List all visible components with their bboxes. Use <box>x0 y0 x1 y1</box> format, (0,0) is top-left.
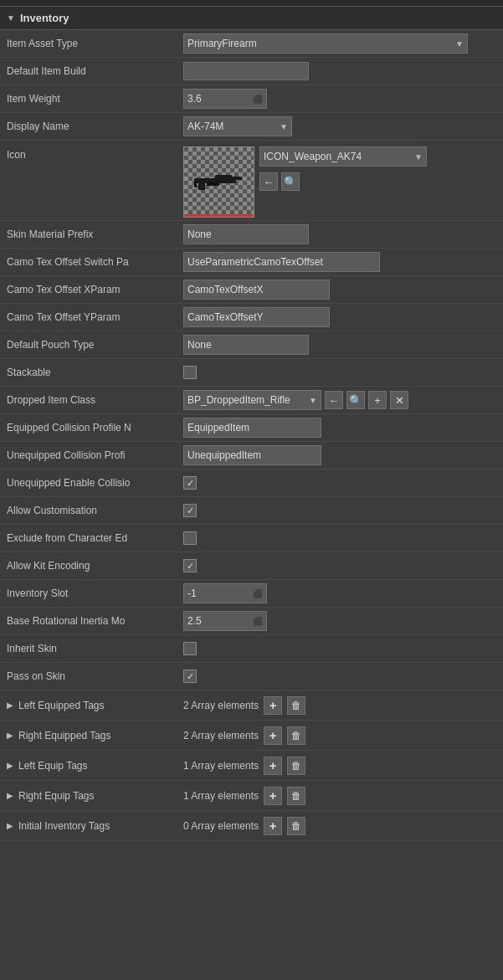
default-pouch-type-input[interactable]: None <box>183 335 309 355</box>
item-asset-type-dropdown[interactable]: PrimaryFirearm ▼ <box>183 33 468 54</box>
equipped-collision-label: Equipped Collision Profile N <box>0 418 180 437</box>
exclude-from-character-checkbox[interactable] <box>183 531 197 545</box>
item-weight-label: Item Weight <box>0 90 180 108</box>
default-item-build-input[interactable] <box>183 62 309 80</box>
right-equip-tags-add-button[interactable]: + <box>264 787 282 805</box>
right-equipped-tags-add-button[interactable]: + <box>264 726 282 745</box>
dropped-item-class-row: Dropped Item Class BP_DroppedItem_Rifle … <box>0 387 503 414</box>
camo-tex-offset-xparam-value: CamoTexOffsetX <box>180 276 503 303</box>
base-rotational-inertia-label: Base Rotational Inertia Mo <box>0 612 180 630</box>
equipped-collision-input[interactable]: EquippedItem <box>183 418 321 438</box>
camo-tex-offset-yparam-label: Camo Tex Offset YParam <box>0 308 180 326</box>
dropped-item-class-value: BP_DroppedItem_Rifle ▼ ← 🔍 + ✕ <box>180 387 503 413</box>
inherit-skin-label: Inherit Skin <box>0 639 180 658</box>
camo-tex-offset-yparam-input[interactable]: CamoTexOffsetY <box>183 307 330 327</box>
unequipped-collision-input[interactable]: UnequippedItem <box>183 445 321 465</box>
inventory-slot-label: Inventory Slot <box>0 584 180 603</box>
item-weight-input[interactable]: 3.6 ⬛ <box>183 89 267 109</box>
default-pouch-type-row: Default Pouch Type None <box>0 331 503 359</box>
right-equipped-tags-row: ▶ Right Equipped Tags 2 Array elements +… <box>0 721 503 751</box>
inventory-slot-input[interactable]: -1 ⬛ <box>183 583 267 603</box>
camo-tex-offset-xparam-input[interactable]: CamoTexOffsetX <box>183 280 330 300</box>
left-equip-tags-label: Left Equip Tags <box>18 760 88 772</box>
display-name-label: Display Name <box>0 117 180 136</box>
right-equip-tags-expand-icon[interactable]: ▶ <box>7 791 13 800</box>
section-header[interactable]: ▼ Inventory <box>0 7 503 30</box>
pass-on-skin-checkbox[interactable] <box>183 670 197 683</box>
exclude-from-character-label: Exclude from Character Ed <box>0 529 180 547</box>
initial-inventory-tags-count: 0 Array elements <box>183 820 259 832</box>
allow-customisation-checkbox[interactable] <box>183 504 197 517</box>
left-equip-tags-row: ▶ Left Equip Tags 1 Array elements + 🗑 <box>0 751 503 781</box>
initial-inventory-tags-label-group: ▶ Initial Inventory Tags <box>0 817 180 835</box>
icon-preview <box>183 146 254 218</box>
inventory-slot-value: -1 ⬛ <box>180 580 503 607</box>
allow-customisation-value <box>180 497 503 524</box>
initial-inventory-tags-delete-button[interactable]: 🗑 <box>287 817 305 835</box>
left-equipped-tags-add-button[interactable]: + <box>264 696 282 715</box>
left-equipped-tags-delete-button[interactable]: 🗑 <box>287 696 305 715</box>
stackable-checkbox[interactable] <box>183 366 197 379</box>
dropped-item-search-button[interactable]: 🔍 <box>346 391 365 409</box>
right-equip-tags-value: 1 Array elements + 🗑 <box>180 784 503 808</box>
pass-on-skin-label: Pass on Skin <box>0 667 180 685</box>
dropped-item-class-dropdown[interactable]: BP_DroppedItem_Rifle ▼ <box>183 390 321 410</box>
skin-material-prefix-input[interactable]: None <box>183 224 309 244</box>
default-pouch-type-value: None <box>180 331 503 358</box>
svg-rect-1 <box>215 175 232 179</box>
camo-tex-offset-switch-label: Camo Tex Offset Switch Pa <box>0 253 180 271</box>
unequipped-enable-collision-checkbox[interactable] <box>183 476 197 490</box>
allow-kit-encoding-checkbox[interactable] <box>183 559 197 572</box>
camo-tex-offset-yparam-value: CamoTexOffsetY <box>180 304 503 331</box>
icon-dropdown-arrow-icon: ▼ <box>414 152 423 162</box>
allow-kit-encoding-value <box>180 552 503 579</box>
camo-tex-offset-switch-value: UseParametricCamoTexOffset <box>180 249 503 275</box>
dropped-item-back-button[interactable]: ← <box>325 391 343 409</box>
inherit-skin-value <box>180 635 503 662</box>
inventory-panel: ▼ Inventory Item Asset Type PrimaryFirea… <box>0 0 503 841</box>
allow-customisation-label: Allow Customisation <box>0 501 180 520</box>
right-equipped-tags-delete-button[interactable]: 🗑 <box>287 726 305 745</box>
default-pouch-type-label: Default Pouch Type <box>0 336 180 354</box>
stackable-row: Stackable <box>0 359 503 387</box>
left-equip-tags-expand-icon[interactable]: ▶ <box>7 761 13 770</box>
dropped-item-clear-button[interactable]: ✕ <box>390 391 408 409</box>
dropdown-arrow-icon: ▼ <box>455 39 464 49</box>
icon-action-buttons: ← 🔍 <box>259 172 427 191</box>
base-rotational-inertia-spinner-icon: ⬛ <box>253 617 263 626</box>
icon-back-button[interactable]: ← <box>259 172 278 191</box>
camo-tex-offset-xparam-label: Camo Tex Offset XParam <box>0 280 180 299</box>
left-equipped-tags-label-group: ▶ Left Equipped Tags <box>0 696 180 715</box>
base-rotational-inertia-input[interactable]: 2.5 ⬛ <box>183 611 267 631</box>
left-equipped-tags-label: Left Equipped Tags <box>18 700 105 711</box>
camo-tex-offset-switch-input[interactable]: UseParametricCamoTexOffset <box>183 252 380 272</box>
icon-search-button[interactable]: 🔍 <box>281 172 300 191</box>
right-equipped-tags-expand-icon[interactable]: ▶ <box>7 731 13 740</box>
default-item-build-row: Default Item Build <box>0 58 503 85</box>
unequipped-enable-collision-row: Unequipped Enable Collisio <box>0 469 503 497</box>
right-equip-tags-delete-button[interactable]: 🗑 <box>287 787 305 805</box>
right-equip-tags-count: 1 Array elements <box>183 790 259 802</box>
default-item-build-label: Default Item Build <box>0 62 180 80</box>
camo-tex-offset-xparam-row: Camo Tex Offset XParam CamoTexOffsetX <box>0 276 503 304</box>
camo-tex-offset-switch-row: Camo Tex Offset Switch Pa UseParametricC… <box>0 249 503 276</box>
icon-asset-dropdown[interactable]: ICON_Weapon_AK74 ▼ <box>259 146 427 167</box>
left-equipped-tags-value: 2 Array elements + 🗑 <box>180 694 503 717</box>
icon-image-inner <box>184 147 254 217</box>
dropped-item-add-button[interactable]: + <box>368 391 387 409</box>
initial-inventory-tags-label: Initial Inventory Tags <box>18 820 110 832</box>
left-equipped-tags-expand-icon[interactable]: ▶ <box>7 700 13 710</box>
left-equip-tags-delete-button[interactable]: 🗑 <box>287 757 305 775</box>
initial-inventory-tags-add-button[interactable]: + <box>264 817 282 835</box>
section-collapse-arrow[interactable]: ▼ <box>7 13 15 23</box>
left-equip-tags-add-button[interactable]: + <box>264 757 282 775</box>
inventory-slot-row: Inventory Slot -1 ⬛ <box>0 580 503 608</box>
item-weight-value: 3.6 ⬛ <box>180 85 503 112</box>
weapon-silhouette <box>190 170 249 195</box>
display-name-dropdown[interactable]: AK-74M ▼ <box>183 116 292 136</box>
skin-material-prefix-label: Skin Material Prefix <box>0 225 180 244</box>
initial-inventory-tags-expand-icon[interactable]: ▶ <box>7 821 13 830</box>
initial-inventory-tags-value: 0 Array elements + 🗑 <box>180 814 503 838</box>
exclude-from-character-row: Exclude from Character Ed <box>0 525 503 552</box>
inherit-skin-checkbox[interactable] <box>183 642 197 655</box>
